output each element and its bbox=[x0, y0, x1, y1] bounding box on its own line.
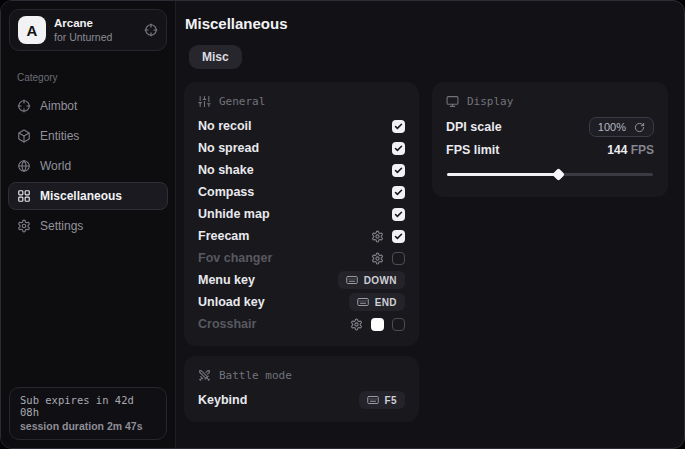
no-spread-checkbox[interactable] bbox=[392, 142, 405, 155]
crosshair-icon bbox=[17, 99, 31, 113]
no-spread-controls bbox=[392, 142, 405, 155]
no-shake-checkbox[interactable] bbox=[392, 164, 405, 177]
fov-changer-gear-icon[interactable] bbox=[371, 252, 384, 265]
unhide-map-controls bbox=[392, 208, 405, 221]
tab-misc[interactable]: Misc bbox=[189, 45, 242, 69]
sidebar-item-label: Settings bbox=[40, 219, 83, 233]
slider-fill bbox=[447, 173, 558, 176]
session-duration-text: session duration 2m 47s bbox=[20, 420, 156, 432]
no-recoil-row: No recoil bbox=[198, 115, 405, 137]
fps-limit-slider[interactable] bbox=[447, 168, 653, 180]
keybind-row: KeybindF5 bbox=[198, 389, 405, 411]
unload-key-label: Unload key bbox=[198, 295, 265, 309]
sidebar-item-label: Aimbot bbox=[40, 99, 77, 113]
unhide-map-row: Unhide map bbox=[198, 203, 405, 225]
sidebar-item-world[interactable]: World bbox=[8, 152, 168, 180]
brand-name: Arcane bbox=[54, 16, 136, 30]
unhide-map-checkbox[interactable] bbox=[392, 208, 405, 221]
freecam-row: Freecam bbox=[198, 225, 405, 247]
crosshair-checkbox[interactable] bbox=[392, 318, 405, 331]
unload-key-keybind-badge[interactable]: END bbox=[349, 293, 405, 311]
sidebar-item-label: Miscellaneous bbox=[40, 189, 122, 203]
compass-row: Compass bbox=[198, 181, 405, 203]
fov-changer-row: Fov changer bbox=[198, 247, 405, 269]
display-panel-title: Display bbox=[467, 95, 513, 108]
unload-key-controls: END bbox=[349, 293, 405, 311]
sidebar-item-settings[interactable]: Settings bbox=[8, 212, 168, 240]
brand-card: A Arcane for Unturned bbox=[9, 9, 167, 51]
right-column: Display DPI scale 100% FPS limit 144 bbox=[432, 82, 668, 197]
no-shake-row: No shake bbox=[198, 159, 405, 181]
box-icon bbox=[17, 129, 31, 143]
content-columns: General No recoilNo spreadNo shakeCompas… bbox=[184, 82, 669, 422]
fps-limit-value: 144 FPS bbox=[607, 143, 654, 157]
menu-key-keybind-badge[interactable]: DOWN bbox=[338, 271, 405, 289]
page-title: Miscellaneous bbox=[185, 15, 669, 32]
fov-changer-label: Fov changer bbox=[198, 251, 272, 265]
left-column: General No recoilNo spreadNo shakeCompas… bbox=[184, 82, 419, 422]
monitor-icon bbox=[446, 95, 459, 108]
fps-limit-label: FPS limit bbox=[446, 143, 499, 157]
display-panel: Display DPI scale 100% FPS limit 144 bbox=[432, 82, 668, 197]
subscription-expiry-text: Sub expires in 42d 08h bbox=[20, 394, 156, 418]
unhide-map-label: Unhide map bbox=[198, 207, 270, 221]
menu-key-row: Menu keyDOWN bbox=[198, 269, 405, 291]
crosshair-icon bbox=[144, 23, 158, 37]
brand-subtitle: for Unturned bbox=[54, 31, 136, 44]
compass-checkbox[interactable] bbox=[392, 186, 405, 199]
sidebar-item-miscellaneous[interactable]: Miscellaneous bbox=[8, 182, 168, 210]
keybind-keybind-badge[interactable]: F5 bbox=[359, 391, 405, 409]
general-panel-title: General bbox=[219, 95, 265, 108]
globe-icon bbox=[17, 159, 31, 173]
crosshair-row: Crosshair bbox=[198, 313, 405, 335]
general-panel: General No recoilNo spreadNo shakeCompas… bbox=[184, 82, 419, 346]
freecam-checkbox[interactable] bbox=[392, 230, 405, 243]
fov-changer-checkbox[interactable] bbox=[392, 252, 405, 265]
sidebar-item-entities[interactable]: Entities bbox=[8, 122, 168, 150]
crosshair-label: Crosshair bbox=[198, 317, 256, 331]
subscription-card: Sub expires in 42d 08h session duration … bbox=[9, 387, 167, 440]
no-spread-label: No spread bbox=[198, 141, 259, 155]
keyboard-icon bbox=[346, 274, 358, 286]
crosshair-color-swatch[interactable] bbox=[371, 318, 384, 331]
freecam-gear-icon[interactable] bbox=[371, 230, 384, 243]
fov-changer-controls bbox=[371, 252, 405, 265]
unload-key-row: Unload keyEND bbox=[198, 291, 405, 313]
no-shake-label: No shake bbox=[198, 163, 254, 177]
fps-number: 144 bbox=[607, 143, 627, 157]
sidebar-item-aimbot[interactable]: Aimbot bbox=[8, 92, 168, 120]
general-panel-header: General bbox=[198, 91, 405, 112]
brand-text: Arcane for Unturned bbox=[54, 16, 136, 44]
unload-key-key-value: END bbox=[375, 297, 397, 308]
refresh-icon[interactable] bbox=[634, 122, 645, 133]
menu-key-label: Menu key bbox=[198, 273, 255, 287]
keybind-controls: F5 bbox=[359, 391, 405, 409]
sidebar-item-label: Entities bbox=[40, 129, 79, 143]
dpi-scale-label: DPI scale bbox=[446, 120, 502, 134]
no-shake-controls bbox=[392, 164, 405, 177]
battle-mode-panel-title: Battle mode bbox=[219, 369, 292, 382]
keybind-key-value: F5 bbox=[385, 395, 397, 406]
sidebar-nav: AimbotEntitiesWorldMiscellaneousSettings bbox=[1, 92, 175, 240]
dpi-scale-control[interactable]: 100% bbox=[589, 117, 654, 137]
no-recoil-controls bbox=[392, 120, 405, 133]
keybind-label: Keybind bbox=[198, 393, 247, 407]
sidebar: A Arcane for Unturned Category AimbotEnt… bbox=[1, 1, 176, 448]
menu-key-controls: DOWN bbox=[338, 271, 405, 289]
compass-label: Compass bbox=[198, 185, 254, 199]
sidebar-item-label: World bbox=[40, 159, 71, 173]
no-spread-row: No spread bbox=[198, 137, 405, 159]
battle-mode-panel: Battle mode KeybindF5 bbox=[184, 356, 419, 422]
battle-mode-panel-header: Battle mode bbox=[198, 365, 405, 386]
no-recoil-checkbox[interactable] bbox=[392, 120, 405, 133]
fps-limit-row: FPS limit 144 FPS bbox=[446, 139, 654, 161]
app-window: A Arcane for Unturned Category AimbotEnt… bbox=[0, 0, 685, 449]
main-content: Miscellaneous Misc General No recoilNo s… bbox=[176, 1, 684, 448]
slider-thumb[interactable] bbox=[552, 168, 565, 181]
app-logo: A bbox=[18, 16, 46, 44]
freecam-controls bbox=[371, 230, 405, 243]
keyboard-icon bbox=[367, 394, 379, 406]
crosshair-controls bbox=[350, 318, 405, 331]
crosshair-gear-icon[interactable] bbox=[350, 318, 363, 331]
menu-key-key-value: DOWN bbox=[364, 275, 397, 286]
